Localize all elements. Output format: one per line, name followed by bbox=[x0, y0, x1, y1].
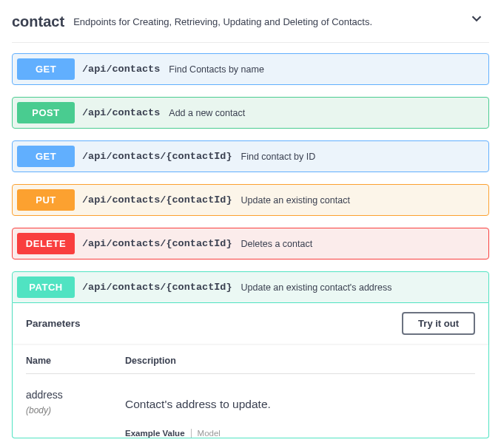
parameter-name: address bbox=[26, 389, 125, 401]
chevron-down-icon[interactable] bbox=[468, 10, 485, 30]
endpoint-delete-contact[interactable]: DELETE /api/contacts/{contactId} Deletes… bbox=[12, 228, 489, 259]
endpoint-path: /api/contacts/{contactId} bbox=[82, 151, 232, 162]
http-method-badge: PATCH bbox=[17, 276, 75, 298]
http-method-badge: DELETE bbox=[17, 233, 75, 254]
endpoint-summary: Update an existing contact bbox=[241, 195, 350, 206]
endpoint-path: /api/contacts/{contactId} bbox=[82, 194, 232, 206]
endpoint-summary: Deletes a contact bbox=[241, 239, 313, 249]
http-method-badge: POST bbox=[17, 102, 75, 123]
endpoint-get-contacts[interactable]: GET /api/contacts Find Contacts by name bbox=[12, 53, 489, 85]
tag-name: contact bbox=[12, 13, 64, 30]
endpoint-path: /api/contacts bbox=[82, 107, 160, 118]
endpoint-patch-contact[interactable]: PATCH /api/contacts/{contactId} Update a… bbox=[12, 271, 489, 303]
parameter-row: address (body) Contact's address to upda… bbox=[26, 374, 475, 438]
parameters-header: Parameters Try it out bbox=[13, 303, 488, 344]
http-method-badge: PUT bbox=[17, 189, 75, 211]
endpoint-path: /api/contacts bbox=[82, 64, 160, 75]
endpoint-put-contact[interactable]: PUT /api/contacts/{contactId} Update an … bbox=[12, 184, 489, 216]
column-header-name: Name bbox=[26, 356, 125, 366]
endpoint-get-contact-by-id[interactable]: GET /api/contacts/{contactId} Find conta… bbox=[12, 140, 489, 172]
tab-model[interactable]: Model bbox=[192, 429, 221, 438]
parameters-table: Name Description address (body) Contact'… bbox=[13, 344, 488, 438]
endpoint-path: /api/contacts/{contactId} bbox=[82, 282, 232, 293]
tag-header[interactable]: contact Endpoints for Creating, Retrievi… bbox=[12, 7, 489, 43]
http-method-badge: GET bbox=[17, 146, 75, 167]
parameter-in: (body) bbox=[26, 405, 125, 415]
endpoint-summary: Add a new contact bbox=[169, 108, 245, 118]
tab-example-value[interactable]: Example Value bbox=[125, 429, 192, 438]
parameters-title: Parameters bbox=[26, 318, 81, 329]
endpoint-summary: Find contact by ID bbox=[241, 152, 316, 162]
endpoints-list: GET /api/contacts Find Contacts by name … bbox=[12, 53, 489, 438]
endpoint-summary: Update an existing contact's address bbox=[241, 282, 392, 293]
tag-description: Endpoints for Creating, Retrieving, Upda… bbox=[73, 16, 372, 27]
endpoint-summary: Find Contacts by name bbox=[169, 64, 264, 75]
schema-tabs: Example Value Model bbox=[125, 429, 271, 438]
endpoint-post-contacts[interactable]: POST /api/contacts Add a new contact bbox=[12, 97, 489, 129]
column-header-description: Description bbox=[125, 356, 176, 366]
endpoint-path: /api/contacts/{contactId} bbox=[82, 238, 232, 249]
try-it-out-button[interactable]: Try it out bbox=[402, 312, 475, 335]
http-method-badge: GET bbox=[17, 58, 75, 80]
parameter-description: Contact's address to update. bbox=[125, 398, 271, 411]
endpoint-details-panel: Parameters Try it out Name Description a… bbox=[12, 303, 489, 438]
